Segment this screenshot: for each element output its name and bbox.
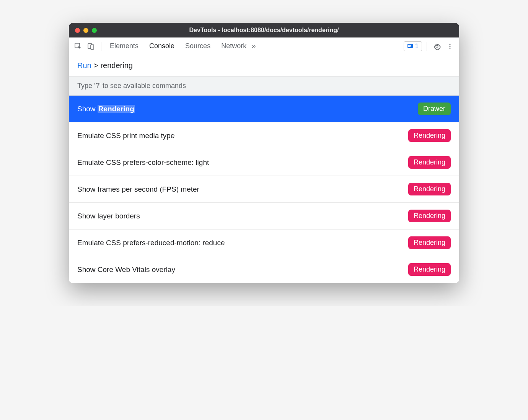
svg-rect-2 bbox=[91, 45, 94, 49]
command-result-item[interactable]: Emulate CSS prefers-reduced-motion: redu… bbox=[69, 230, 459, 256]
window-title: DevTools - localhost:8080/docs/devtools/… bbox=[69, 27, 459, 34]
result-label: Emulate CSS prefers-color-scheme: light bbox=[77, 158, 209, 167]
result-badge: Rendering bbox=[408, 156, 451, 169]
result-label: Show frames per second (FPS) meter bbox=[77, 185, 199, 194]
result-badge: Rendering bbox=[408, 236, 451, 249]
result-badge: Rendering bbox=[408, 129, 451, 142]
command-input-row: Run > bbox=[69, 55, 459, 76]
more-options-icon[interactable] bbox=[445, 41, 455, 52]
inspect-element-icon[interactable] bbox=[73, 41, 83, 52]
close-button[interactable] bbox=[75, 28, 80, 33]
svg-point-7 bbox=[450, 46, 451, 47]
result-label: Emulate CSS prefers-reduced-motion: redu… bbox=[77, 239, 225, 247]
result-label: Show Rendering bbox=[77, 105, 135, 113]
result-label: Show layer borders bbox=[77, 212, 140, 220]
command-result-item[interactable]: Emulate CSS print media typeRendering bbox=[69, 122, 459, 149]
result-label: Show Core Web Vitals overlay bbox=[77, 265, 175, 274]
command-result-item[interactable]: Show layer bordersRendering bbox=[69, 203, 459, 230]
maximize-button[interactable] bbox=[92, 28, 97, 33]
divider bbox=[101, 42, 101, 51]
divider bbox=[427, 42, 427, 51]
command-hint: Type '?' to see available commands bbox=[69, 76, 459, 96]
svg-rect-5 bbox=[408, 46, 411, 47]
issues-counter[interactable]: 1 bbox=[404, 41, 422, 51]
result-label: Emulate CSS print media type bbox=[77, 132, 175, 140]
tab-network[interactable]: Network bbox=[221, 41, 246, 52]
command-input[interactable] bbox=[100, 61, 451, 70]
device-toolbar-icon[interactable] bbox=[86, 41, 96, 52]
svg-point-6 bbox=[450, 44, 451, 45]
more-tabs-icon[interactable]: » bbox=[249, 42, 259, 50]
input-prefix: > bbox=[94, 61, 98, 70]
svg-rect-4 bbox=[408, 45, 411, 46]
traffic-lights bbox=[75, 28, 97, 33]
settings-icon[interactable] bbox=[432, 41, 442, 52]
command-menu: Run > Type '?' to see available commands… bbox=[69, 55, 459, 283]
command-result-item[interactable]: Show frames per second (FPS) meterRender… bbox=[69, 176, 459, 203]
issues-count: 1 bbox=[415, 43, 419, 50]
command-result-item[interactable]: Emulate CSS prefers-color-scheme: lightR… bbox=[69, 149, 459, 176]
command-results[interactable]: Show RenderingDrawerEmulate CSS print me… bbox=[69, 96, 459, 283]
svg-rect-3 bbox=[407, 44, 413, 48]
command-result-item[interactable]: Show Core Web Vitals overlayRendering bbox=[69, 256, 459, 283]
toolbar: Elements Console Sources Network » 1 bbox=[69, 37, 459, 55]
devtools-window: DevTools - localhost:8080/docs/devtools/… bbox=[69, 23, 459, 283]
tab-sources[interactable]: Sources bbox=[185, 41, 210, 52]
result-badge: Rendering bbox=[408, 263, 451, 276]
minimize-button[interactable] bbox=[83, 28, 88, 33]
titlebar: DevTools - localhost:8080/docs/devtools/… bbox=[69, 23, 459, 37]
tab-elements[interactable]: Elements bbox=[110, 41, 139, 52]
command-result-item[interactable]: Show RenderingDrawer bbox=[69, 96, 459, 122]
issues-icon bbox=[407, 43, 413, 49]
result-badge: Rendering bbox=[408, 210, 451, 222]
result-badge: Drawer bbox=[418, 103, 451, 115]
result-badge: Rendering bbox=[408, 183, 451, 195]
panel-tabs: Elements Console Sources Network bbox=[110, 41, 246, 52]
tab-console[interactable]: Console bbox=[149, 41, 174, 52]
svg-point-8 bbox=[450, 47, 451, 49]
run-label: Run bbox=[77, 61, 91, 70]
